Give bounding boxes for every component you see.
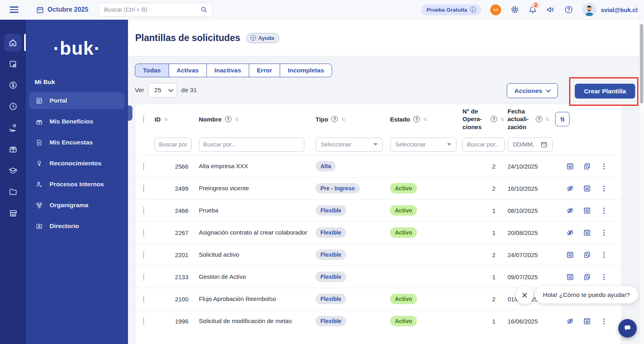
filter-id-input[interactable]: [155, 138, 192, 152]
filter-status-placeholder: Seleccionar: [395, 141, 426, 148]
row-checkbox[interactable]: [143, 317, 144, 325]
chat-greeting-bubble[interactable]: Hola! ¿Cómo te puedo ayudar?: [535, 286, 638, 303]
sidebar-item-procesos-internos[interactable]: Procesos Internos: [29, 176, 125, 193]
preview-eye-icon[interactable]: [583, 229, 591, 237]
sidebar-item-organigrama[interactable]: Organigrama: [29, 197, 125, 214]
rail-item-time[interactable]: [0, 96, 26, 117]
kebab-menu-icon[interactable]: [600, 317, 608, 325]
search-input[interactable]: [104, 6, 200, 13]
rail-item-payments[interactable]: [0, 74, 26, 96]
table-row: 2267Asignación contrato al crear colabor…: [135, 221, 621, 243]
sidebar-item-portal[interactable]: Portal: [29, 92, 125, 109]
notifications-bell-icon[interactable]: 2: [528, 6, 537, 14]
cell-type: Flexible: [316, 316, 390, 326]
filter-status-select[interactable]: Seleccionar: [390, 138, 456, 152]
kebab-menu-icon[interactable]: [600, 207, 608, 214]
filter-type-select[interactable]: Seleccionar: [316, 138, 383, 152]
page-size-select[interactable]: 25: [148, 83, 177, 97]
sidebar-collapse-handle[interactable]: [128, 105, 132, 121]
calendar-icon: [36, 6, 44, 14]
help-circle-icon[interactable]: ?: [413, 116, 420, 122]
user-avatar[interactable]: [582, 3, 596, 16]
announcements-megaphone-icon[interactable]: [546, 5, 555, 14]
row-checkbox[interactable]: [143, 295, 144, 303]
row-checkbox[interactable]: [143, 251, 144, 259]
global-search[interactable]: [99, 3, 213, 17]
select-all-checkbox[interactable]: [143, 115, 144, 123]
kebab-menu-icon[interactable]: [600, 229, 608, 237]
period-selector[interactable]: Octubre 2025: [36, 6, 88, 14]
sidebar-item-mis-encuestas[interactable]: Mis Encuestas: [29, 134, 125, 151]
filter-operations-input[interactable]: [462, 138, 505, 152]
duplicate-icon[interactable]: [583, 163, 591, 170]
sort-icon[interactable]: ↑↓: [341, 116, 344, 122]
help-badge[interactable]: ? Ayuda: [246, 33, 279, 43]
help-circle-icon[interactable]: ?: [331, 116, 338, 122]
preview-eye-icon[interactable]: [566, 163, 574, 170]
sort-icon[interactable]: ↑↓: [164, 116, 167, 122]
preview-eye-icon[interactable]: [583, 207, 591, 214]
filter-date-input[interactable]: DD/MM,: [508, 138, 553, 152]
sort-icon[interactable]: ↑↓: [235, 116, 238, 122]
row-checkbox[interactable]: [143, 163, 144, 170]
row-checkbox[interactable]: [143, 185, 144, 192]
tab-inactivas[interactable]: Inactivas: [206, 64, 249, 77]
sidebar-item-mis-beneficios[interactable]: Mis Beneficios: [29, 113, 125, 130]
preview-eye-icon[interactable]: [583, 185, 591, 192]
row-checkbox[interactable]: [143, 207, 144, 214]
row-actions: [555, 207, 621, 214]
help-icon[interactable]: [564, 5, 573, 14]
create-template-button[interactable]: Crear Plantilla: [575, 84, 635, 99]
tab-error[interactable]: Error: [249, 64, 280, 77]
scrollbar-thumb[interactable]: [640, 24, 643, 103]
kebab-menu-icon[interactable]: [600, 163, 608, 170]
sort-icon[interactable]: ↑↓: [500, 116, 504, 122]
help-circle-icon[interactable]: ?: [536, 116, 542, 122]
actions-button[interactable]: Acciones: [507, 83, 558, 98]
rail-item-wellbeing[interactable]: [0, 117, 26, 138]
rail-item-benefits[interactable]: [0, 138, 26, 160]
deactivate-eye-slash-icon[interactable]: [566, 229, 574, 237]
chat-launcher-button[interactable]: [618, 319, 637, 338]
table-filter-row: Seleccionar Seleccionar DD/MM,: [135, 134, 621, 155]
tab-incompletas[interactable]: Incompletas: [280, 64, 332, 77]
preview-eye-icon[interactable]: [566, 273, 574, 281]
duplicate-icon[interactable]: [583, 273, 591, 281]
deactivate-eye-slash-icon[interactable]: [566, 185, 574, 192]
scrollbar-track[interactable]: [639, 20, 644, 344]
support-chat-icon[interactable]: [490, 4, 501, 15]
kebab-menu-icon[interactable]: [600, 251, 608, 259]
kebab-menu-icon[interactable]: [600, 273, 608, 281]
kebab-menu-icon[interactable]: [600, 185, 608, 192]
settings-gear-icon[interactable]: [510, 5, 519, 14]
sort-icon[interactable]: ↑↓: [423, 116, 426, 122]
duplicate-icon[interactable]: [583, 251, 591, 259]
sidebar-item-reconocimientos[interactable]: Reconocimientos: [29, 155, 125, 172]
column-settings-button[interactable]: [555, 112, 570, 126]
rail-item-training[interactable]: [0, 160, 26, 181]
chat-close-button[interactable]: ✕: [516, 286, 534, 304]
preview-eye-icon[interactable]: [566, 251, 574, 259]
help-circle-icon[interactable]: ?: [225, 116, 231, 122]
rail-item-tasks[interactable]: [0, 53, 26, 74]
sort-icon[interactable]: ↑↓: [545, 116, 549, 122]
rail-item-documents[interactable]: [0, 181, 26, 202]
cell-updated: 16/10/2025: [508, 185, 555, 192]
row-checkbox[interactable]: [143, 273, 144, 281]
row-checkbox[interactable]: [143, 229, 144, 237]
filter-name-input[interactable]: [199, 138, 304, 152]
menu-toggle-icon[interactable]: [10, 5, 19, 14]
trial-badge[interactable]: Prueba Gratuita i: [421, 4, 481, 15]
tab-activas[interactable]: Activas: [169, 64, 207, 77]
rail-item-home[interactable]: [0, 32, 26, 53]
templates-table: ID ↑↓ Nombre ? ↑↓ Tipo ? ↑↓ Estado ? ↑↓ …: [135, 104, 622, 344]
rail-item-company[interactable]: [0, 202, 26, 224]
user-email[interactable]: svial@buk.cl: [601, 6, 638, 13]
sidebar-item-directorio[interactable]: Directorio: [29, 218, 125, 235]
help-circle-icon[interactable]: ?: [491, 116, 497, 122]
search-icon[interactable]: [200, 6, 208, 13]
deactivate-eye-slash-icon[interactable]: [566, 207, 574, 214]
preview-eye-icon[interactable]: [583, 317, 591, 325]
deactivate-eye-slash-icon[interactable]: [566, 317, 574, 325]
tab-todas[interactable]: Todas: [135, 64, 169, 77]
